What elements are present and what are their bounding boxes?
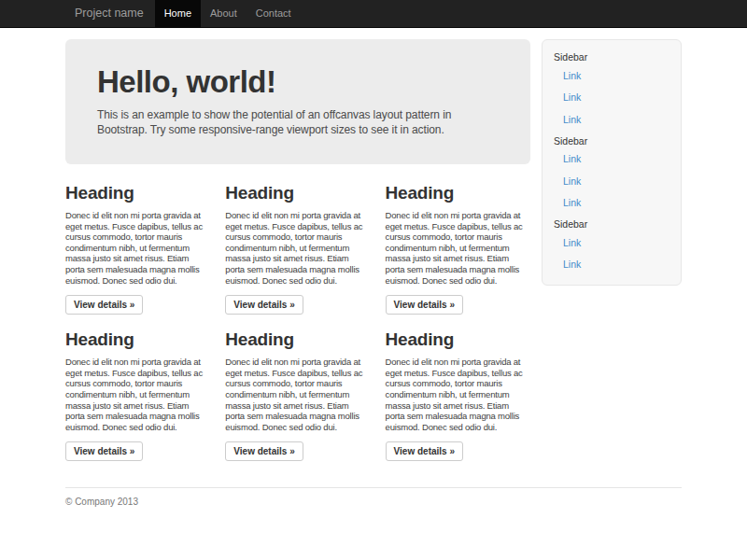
card-body-text: Donec id elit non mi porta gravida at eg… (65, 210, 210, 286)
nav-item-contact: Contact (247, 0, 301, 27)
sidebar-link[interactable]: Link (543, 148, 681, 171)
sidebar-link[interactable]: Link (543, 254, 681, 276)
view-details-button[interactable]: View details » (386, 441, 463, 461)
sidebar-group-label: Sidebar (543, 131, 681, 148)
nav-link-home[interactable]: Home (155, 0, 201, 28)
sidebar-link[interactable]: Link (543, 64, 681, 87)
view-details-button[interactable]: View details » (65, 295, 143, 315)
card: Heading Donec id elit non mi porta gravi… (65, 329, 210, 461)
card-heading: Heading (386, 329, 530, 350)
page-title: Hello, world! (97, 64, 499, 100)
sidebar-link[interactable]: Link (543, 170, 681, 192)
card-body-text: Donec id elit non mi porta gravida at eg… (386, 210, 530, 286)
card: Heading Donec id elit non mi porta gravi… (225, 329, 370, 461)
sidebar: Sidebar Link Link Link Sidebar Link Link… (542, 39, 682, 286)
sidebar-link[interactable]: Link (543, 231, 681, 254)
card-heading: Heading (65, 183, 210, 203)
view-details-button[interactable]: View details » (386, 295, 463, 315)
nav-link-contact[interactable]: Contact (247, 0, 301, 28)
nav-link-about[interactable]: About (201, 0, 247, 28)
navbar-container: Project name Home About Contact (65, 0, 682, 27)
nav-item-home: Home (155, 0, 201, 27)
top-navbar: Project name Home About Contact (0, 0, 747, 28)
page-container: Hello, world! This is an example to show… (65, 39, 682, 544)
footer-divider (65, 487, 682, 488)
sidebar-group-2: Sidebar Link Link Link (543, 131, 681, 215)
card-heading: Heading (225, 329, 370, 350)
jumbotron-text: This is an example to show the potential… (97, 108, 495, 137)
sidebar-link[interactable]: Link (543, 192, 681, 215)
cards-row-2: Heading Donec id elit non mi porta gravi… (65, 329, 530, 461)
card-body-text: Donec id elit non mi porta gravida at eg… (225, 210, 370, 286)
card-heading: Heading (65, 329, 210, 350)
card-body-text: Donec id elit non mi porta gravida at eg… (386, 357, 530, 432)
card: Heading Donec id elit non mi porta gravi… (386, 329, 530, 461)
cards-row-1: Heading Donec id elit non mi porta gravi… (65, 183, 530, 315)
view-details-button[interactable]: View details » (225, 441, 303, 461)
page-footer: © Company 2013 (65, 497, 682, 544)
card: Heading Donec id elit non mi porta gravi… (386, 183, 530, 315)
view-details-button[interactable]: View details » (65, 441, 143, 461)
content-row: Hello, world! This is an example to show… (65, 39, 682, 476)
card-body-text: Donec id elit non mi porta gravida at eg… (225, 357, 370, 432)
sidebar-link[interactable]: Link (543, 108, 681, 131)
view-details-button[interactable]: View details » (225, 295, 303, 315)
sidebar-group-label: Sidebar (543, 47, 681, 64)
card: Heading Donec id elit non mi porta gravi… (65, 183, 210, 315)
sidebar-group-3: Sidebar Link Link (543, 214, 681, 275)
sidebar-group-1: Sidebar Link Link Link (543, 47, 681, 131)
sidebar-link[interactable]: Link (543, 87, 681, 109)
copyright-text: © Company 2013 (65, 497, 682, 544)
card-heading: Heading (386, 183, 530, 203)
main-column: Hello, world! This is an example to show… (65, 39, 530, 476)
brand-link[interactable]: Project name (65, 0, 153, 27)
card-body-text: Donec id elit non mi porta gravida at eg… (65, 357, 210, 432)
card-heading: Heading (225, 183, 370, 203)
navbar-menu: Home About Contact (155, 0, 301, 27)
nav-item-about: About (201, 0, 247, 27)
card: Heading Donec id elit non mi porta gravi… (225, 183, 370, 315)
sidebar-group-label: Sidebar (543, 214, 681, 231)
jumbotron: Hello, world! This is an example to show… (65, 39, 530, 164)
